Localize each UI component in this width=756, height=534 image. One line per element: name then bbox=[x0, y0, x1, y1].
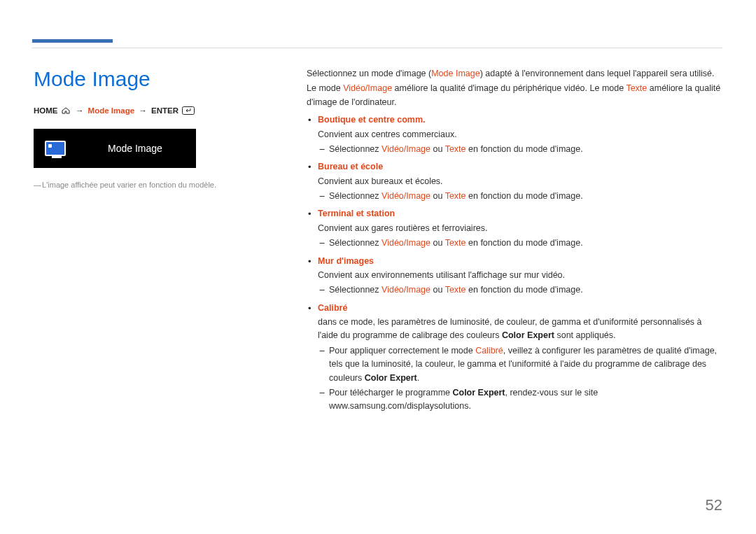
mode-sub: Sélectionnez Vidéo/Image ou Texte en fon… bbox=[318, 237, 722, 250]
intro-line-2: Le mode Vidéo/Image améliore la qualité … bbox=[307, 82, 722, 109]
arrow-icon: → bbox=[139, 106, 147, 115]
right-column: Sélectionnez un mode d'image (Mode Image… bbox=[307, 67, 722, 414]
intro-line-1: Sélectionnez un mode d'image (Mode Image… bbox=[307, 67, 722, 80]
tv-icon bbox=[45, 141, 66, 156]
path-enter: ENTER bbox=[151, 106, 178, 115]
mode-sub: Pour télécharger le programme Color Expe… bbox=[318, 386, 722, 414]
menu-preview-label: Mode Image bbox=[108, 143, 162, 154]
path-modeimage: Mode Image bbox=[88, 106, 134, 115]
mode-desc: Convient aux centres commerciaux. bbox=[318, 128, 722, 141]
mode-title: Boutique et centre comm. bbox=[318, 115, 426, 125]
image-footnote: L'image affichée peut varier en fonction… bbox=[34, 181, 293, 189]
mode-desc: dans ce mode, les paramètres de luminosi… bbox=[318, 316, 722, 343]
accent-bar bbox=[32, 39, 113, 43]
page-title: Mode Image bbox=[34, 67, 293, 91]
mode-list: Boutique et centre comm. Convient aux ce… bbox=[307, 113, 722, 414]
top-divider bbox=[32, 48, 722, 48]
mode-item: Bureau et école Convient aux bureaux et … bbox=[307, 160, 722, 203]
mode-title: Calibré bbox=[318, 303, 347, 313]
mode-desc: Convient aux environnements utilisant l'… bbox=[318, 269, 722, 282]
mode-sub: Sélectionnez Vidéo/Image ou Texte en fon… bbox=[318, 143, 722, 156]
mode-desc: Convient aux bureaux et écoles. bbox=[318, 175, 722, 188]
mode-item: Terminal et station Convient aux gares r… bbox=[307, 207, 722, 250]
menu-preview: Mode Image bbox=[34, 129, 196, 168]
nav-path: HOME → Mode Image → ENTER bbox=[34, 106, 293, 116]
mode-sub: Sélectionnez Vidéo/Image ou Texte en fon… bbox=[318, 190, 722, 203]
mode-item: Mur d'images Convient aux environnements… bbox=[307, 255, 722, 297]
arrow-icon: → bbox=[76, 106, 84, 115]
mode-title: Mur d'images bbox=[318, 256, 374, 266]
path-home: HOME bbox=[34, 106, 58, 115]
enter-icon bbox=[182, 106, 195, 116]
home-icon bbox=[62, 107, 70, 115]
mode-item: Calibré dans ce mode, les paramètres de … bbox=[307, 302, 722, 414]
mode-sub: Sélectionnez Vidéo/Image ou Texte en fon… bbox=[318, 283, 722, 297]
page: Mode Image HOME → Mode Image → ENTER Mod… bbox=[0, 0, 756, 414]
mode-sub: Pour appliquer correctement le mode Cali… bbox=[318, 344, 722, 385]
mode-desc: Convient aux gares routières et ferrovia… bbox=[318, 222, 722, 235]
mode-title: Terminal et station bbox=[318, 209, 395, 218]
page-number: 52 bbox=[706, 496, 722, 514]
mode-title: Bureau et école bbox=[318, 162, 383, 171]
mode-item: Boutique et centre comm. Convient aux ce… bbox=[307, 113, 722, 156]
left-column: Mode Image HOME → Mode Image → ENTER Mod… bbox=[34, 67, 307, 414]
